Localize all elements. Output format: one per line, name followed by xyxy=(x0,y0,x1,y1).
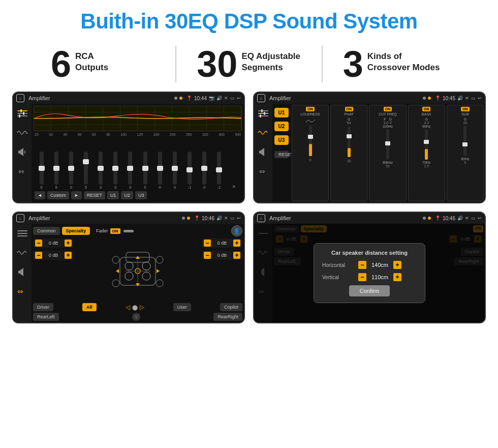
eq-sliders-icon[interactable] xyxy=(16,108,29,119)
fader-left-plus2[interactable]: + xyxy=(65,252,72,259)
eq-slider-5[interactable]: 0 xyxy=(109,152,122,189)
eq-prev-btn[interactable]: ◄ xyxy=(35,191,45,199)
stat-crossover: 3 Kinds of Crossover Modes xyxy=(323,46,468,82)
eq-custom-btn[interactable]: Custom xyxy=(47,191,69,199)
bass-freq: 90Hz xyxy=(422,125,430,128)
fader-user-btn[interactable]: User xyxy=(173,303,191,311)
fader-left-plus1[interactable]: + xyxy=(65,240,72,247)
eq-side-icons: ⇔ xyxy=(13,104,32,202)
dialog-home-icon[interactable]: ⌂ xyxy=(257,214,265,222)
fader-left-minus1[interactable]: − xyxy=(35,240,42,247)
dialog-horizontal-plus[interactable]: + xyxy=(393,261,401,269)
fader-rearleft-btn[interactable]: RearLeft xyxy=(33,313,59,321)
dialog-vertical-control: − 110cm + xyxy=(358,273,417,281)
fader-sliders-icon[interactable] xyxy=(16,228,29,239)
fader-driver-btn[interactable]: Driver xyxy=(33,303,53,311)
crossover-x-icon: ✕ xyxy=(465,96,469,101)
crossover-wave-icon[interactable] xyxy=(257,127,270,138)
eq-u1-btn[interactable]: U1 xyxy=(107,191,119,199)
loudness-on-badge[interactable]: ON xyxy=(306,107,315,111)
phat-label: PHAT xyxy=(345,112,354,116)
fader-left-minus2[interactable]: − xyxy=(35,252,42,259)
eq-slider-9[interactable]: 0 xyxy=(168,152,181,189)
fader-right-minus2[interactable]: − xyxy=(204,252,211,259)
eq-slider-11[interactable]: 0 xyxy=(198,152,211,189)
eq-slider-0[interactable]: 0 xyxy=(35,152,48,189)
u2-button[interactable]: U2 xyxy=(274,122,289,131)
stat-eq: 30 EQ Adjustable Segments xyxy=(176,46,322,82)
fader-left-val1: 0 dB xyxy=(44,241,63,246)
dialog-vertical-plus[interactable]: + xyxy=(393,273,401,281)
dialog-horizontal-minus[interactable]: − xyxy=(358,261,366,269)
eq-reset-btn[interactable]: RESET xyxy=(84,191,105,199)
fader-left-val2: 0 dB xyxy=(44,253,63,258)
crossover-home-icon[interactable]: ⌂ xyxy=(257,94,265,102)
fader-tab-specialty[interactable]: Specialty xyxy=(62,227,90,235)
eq-slider-4[interactable]: 0 xyxy=(94,152,108,189)
eq-speaker-icon[interactable] xyxy=(16,146,29,158)
crossover-speaker-icon[interactable] xyxy=(257,146,270,158)
fader-tab-common[interactable]: Common xyxy=(33,227,60,235)
eq-slider-10[interactable]: -1 xyxy=(182,152,196,189)
crossover-time: 10:45 xyxy=(443,96,455,101)
cutfreq-slider1[interactable] xyxy=(386,129,389,160)
eq-u3-btn[interactable]: U3 xyxy=(135,191,147,199)
eq-controls-bar: ◄ Custom ► RESET U1 U2 U3 xyxy=(34,189,242,200)
crossover-arrows-icon[interactable]: ⇔ xyxy=(257,166,270,177)
bass-slider[interactable] xyxy=(425,129,428,160)
sub-slider[interactable] xyxy=(463,126,466,156)
cutfreq-on-badge[interactable]: ON xyxy=(384,107,392,111)
fader-on-toggle[interactable]: ON xyxy=(110,228,120,234)
loudness-slider[interactable] xyxy=(309,126,312,156)
u3-button[interactable]: U3 xyxy=(274,135,289,145)
eq-slider-6[interactable]: 0 xyxy=(123,152,137,189)
col-cutfreq: ON CUT FREQ FG 3.0F 100Hz xyxy=(369,105,406,201)
fader-down-icon[interactable]: ▽ xyxy=(132,313,140,321)
profile-icon[interactable]: 👤 xyxy=(231,225,242,236)
eq-next-btn[interactable]: ► xyxy=(71,191,82,199)
eq-slider-2[interactable]: 0 xyxy=(64,152,78,189)
fader-right-plus1[interactable]: + xyxy=(233,240,240,247)
sub-on-badge[interactable]: ON xyxy=(461,107,470,111)
phat-slider[interactable] xyxy=(348,127,351,157)
fader-wave-icon[interactable] xyxy=(16,247,29,258)
eq-expand-btn[interactable]: » xyxy=(227,184,241,189)
stat-rca: 6 RCA Outputs xyxy=(30,46,176,82)
screen-dialog: ⌂ Amplifier 📍 10:46 🔊 ✕ ▭ ↩ xyxy=(253,212,486,323)
fader-home-icon[interactable]: ⌂ xyxy=(16,214,24,222)
eq-u2-btn[interactable]: U2 xyxy=(121,191,133,199)
fader-bottom-row: Driver All ◁ ⬤ ▷ User Copilot xyxy=(33,303,242,311)
fader-slider-mini[interactable] xyxy=(123,230,134,232)
stat-eq-number: 30 xyxy=(197,46,237,82)
fader-right-minus1[interactable]: − xyxy=(204,240,211,247)
eq-slider-12[interactable]: -1 xyxy=(212,152,226,189)
dialog-vertical-minus[interactable]: − xyxy=(358,273,366,281)
eq-slider-3[interactable]: 5 xyxy=(79,152,92,189)
confirm-button[interactable]: Confirm xyxy=(349,285,390,296)
eq-slider-1[interactable]: 0 xyxy=(49,152,63,189)
eq-arrows-icon[interactable]: ⇔ xyxy=(16,166,29,177)
crossover-reset-btn[interactable]: RESET xyxy=(274,151,289,158)
bass-on-badge[interactable]: ON xyxy=(422,107,431,111)
sub-val: 0 xyxy=(464,161,466,164)
eq-slider-8[interactable]: 0 xyxy=(153,152,167,189)
fader-time: 10:46 xyxy=(202,216,214,221)
dialog-title-text: Car speaker distance setting xyxy=(322,250,417,256)
dialog-vol-icon: 🔊 xyxy=(457,216,463,221)
eq-slider-7[interactable]: 0 xyxy=(138,152,152,189)
eq-wave-icon[interactable] xyxy=(16,127,29,138)
home-icon[interactable]: ⌂ xyxy=(16,94,24,102)
fader-rearright-btn[interactable]: RearRight xyxy=(213,313,242,321)
u1-button[interactable]: U1 xyxy=(274,108,289,117)
col-phat: ON PHAT G 64 32 xyxy=(330,105,367,201)
crossover-sliders-icon[interactable] xyxy=(257,108,270,119)
fader-arrows-icon[interactable]: ⇔ xyxy=(16,286,29,297)
phat-on-badge[interactable]: ON xyxy=(345,107,354,111)
fader-left-col: − 0 dB + − 0 dB + xyxy=(33,238,74,302)
fader-copilot-btn[interactable]: Copilot xyxy=(220,303,242,311)
fader-speaker-icon[interactable] xyxy=(16,266,29,278)
crossover-vol-icon: 🔊 xyxy=(457,96,463,101)
dialog-dot2 xyxy=(428,217,431,220)
fader-all-btn[interactable]: All xyxy=(82,303,97,311)
fader-right-plus2[interactable]: + xyxy=(233,252,240,259)
